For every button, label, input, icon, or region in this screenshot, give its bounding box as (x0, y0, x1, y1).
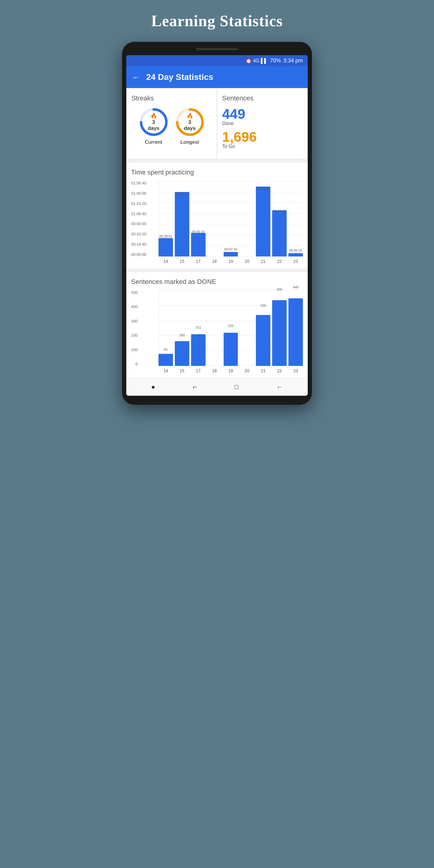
sent-bar-value-label: 81 (164, 347, 167, 351)
overview-button[interactable]: □ (235, 383, 239, 391)
time-y-label: 00:00:00 (131, 253, 147, 256)
longest-streak-container: 🔥 3 days Longest (175, 107, 205, 145)
current-streak-container: 🔥 3 days Current (138, 107, 169, 145)
time-bar-rect (288, 253, 303, 256)
time-y-label: 00:33:20 (131, 232, 147, 236)
streaks-row: 🔥 3 days Current (131, 107, 212, 145)
time-chart-title: Time spent practicing (131, 168, 303, 176)
longest-streak-inner: 🔥 3 days (182, 113, 197, 131)
time-x-label: 20 (245, 259, 250, 264)
sent-bar-rect (191, 334, 206, 366)
sent-bar-value-label: 165 (179, 333, 185, 337)
sent-bar-group: 20 (240, 290, 254, 366)
time-x-label: 21 (261, 259, 266, 264)
sent-bar-group: 33921 (256, 290, 270, 366)
time-bar-rect (256, 187, 270, 257)
sent-y-label: 300 (131, 319, 138, 323)
longest-flame-icon: 🔥 (182, 113, 197, 119)
sent-x-label: 15 (180, 368, 184, 373)
sent-bar-group: 44923 (288, 290, 303, 366)
time-y-label: 01:23:20 (131, 202, 147, 206)
sentences-chart-title: Sentences marked as DONE (131, 278, 303, 286)
sent-y-label: 0 (131, 362, 138, 366)
sent-x-label: 17 (196, 368, 201, 373)
time-bar-group: 01:39:3315 (175, 181, 189, 256)
time-bar-value-label: 01:39:33 (176, 192, 188, 196)
sentences-todo-count: 1,696 (222, 130, 303, 144)
sent-y-label: 100 (131, 348, 138, 352)
back-nav-button[interactable]: ← (276, 383, 283, 391)
time-bar-rect (272, 210, 287, 257)
current-flame-icon: 🔥 (146, 113, 161, 119)
longest-streak-days: 3 days (184, 119, 195, 131)
time-bar-rect (224, 252, 238, 257)
status-bar: ⏰ 4G ▌▌ 70% 3:34 pm (126, 55, 308, 66)
sent-y-label: 200 (131, 333, 138, 337)
status-icons: ⏰ 4G ▌▌ (246, 58, 268, 64)
time-x-label: 22 (277, 259, 282, 264)
back-button[interactable]: ← (132, 73, 140, 82)
time-bar-rect (191, 233, 206, 256)
time-bar-group: 20 (240, 181, 254, 256)
time-bar-value-label: 01:48:23 (257, 187, 270, 191)
sent-bar-rect (272, 300, 287, 366)
sent-bar-group: 43622 (272, 290, 287, 366)
time-chart-wrapper: 00:00:0000:16:4000:33:2000:50:0001:06:40… (131, 181, 303, 266)
time-y-axis: 00:00:0000:16:4000:33:2000:50:0001:06:40… (131, 181, 149, 256)
time-y-label: 01:40:00 (131, 191, 147, 195)
time-x-label: 17 (196, 259, 201, 264)
nav-bar: ● ⌐ □ ← (126, 378, 308, 396)
sent-bar-group: 21117 (191, 290, 206, 366)
longest-streak-circle: 🔥 3 days (175, 107, 205, 137)
sent-y-label: 400 (131, 305, 138, 309)
time-bar-group: 00:05:1523 (288, 181, 303, 256)
time-x-label: 18 (212, 259, 217, 264)
sent-bar-group: 18 (207, 290, 222, 366)
sent-bar-value-label: 436 (277, 287, 282, 291)
status-time: 3:34 pm (283, 58, 303, 64)
sent-x-label: 22 (277, 368, 282, 373)
time-bars-area: 00:28:421401:39:331500:36:32171800:07:16… (158, 181, 303, 256)
time-bar-group: 01:11:4922 (272, 181, 287, 256)
time-bar-value-label: 00:07:16 (224, 247, 237, 251)
time-bar-group: 01:48:2321 (256, 181, 270, 256)
current-streak-label: Current (145, 140, 162, 145)
sentences-todo-label: To Go (222, 144, 303, 149)
sent-bar-rect (224, 333, 238, 366)
time-y-label: 01:56:40 (131, 181, 147, 185)
time-x-label: 14 (163, 259, 168, 264)
time-bar-value-label: 00:05:15 (289, 249, 302, 252)
sent-bar-value-label: 339 (260, 304, 266, 307)
recent-button[interactable]: ⌐ (193, 383, 197, 391)
phone-speaker (196, 48, 238, 50)
sentences-chart-section: Sentences marked as DONE 010020030040050… (126, 272, 308, 378)
sent-bar-group: 16515 (175, 290, 189, 366)
sent-x-label: 23 (293, 368, 298, 373)
sent-x-label: 19 (228, 368, 233, 373)
phone-frame: ⏰ 4G ▌▌ 70% 3:34 pm ← 24 Day Statistics … (122, 42, 312, 405)
page-title: Learning Statistics (151, 12, 283, 30)
time-y-label: 01:06:40 (131, 212, 147, 216)
time-bar-rect (175, 192, 189, 257)
streaks-card: Streaks 🔥 3 days (126, 88, 217, 159)
time-y-label: 00:16:40 (131, 242, 147, 246)
time-x-label: 23 (293, 259, 298, 264)
sent-bar-rect (256, 315, 270, 366)
time-bar-value-label: 01:11:49 (273, 209, 286, 213)
app-bar: ← 24 Day Statistics (126, 66, 308, 88)
app-bar-title: 24 Day Statistics (146, 72, 213, 82)
time-x-label: 19 (228, 259, 233, 264)
sent-bar-rect (158, 354, 173, 366)
cards-row: Streaks 🔥 3 days (126, 88, 308, 159)
time-bar-group: 18 (207, 181, 222, 256)
time-y-label: 00:50:00 (131, 222, 147, 226)
sent-y-label: 500 (131, 290, 138, 294)
current-streak-circle: 🔥 3 days (138, 107, 169, 137)
home-button[interactable]: ● (151, 383, 155, 391)
sentences-done-count: 449 (222, 107, 303, 121)
sent-bar-rect (175, 341, 189, 366)
sentences-bar-chart: 0100200300400500 81141651521117182201920… (131, 290, 303, 375)
time-bar-rect (158, 238, 173, 257)
sent-x-label: 21 (261, 368, 266, 373)
sent-x-label: 20 (245, 368, 250, 373)
